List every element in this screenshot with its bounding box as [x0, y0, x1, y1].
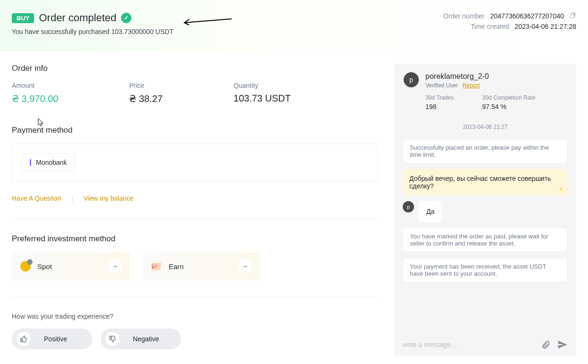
amount-value: ₴ 3,970.00: [12, 93, 58, 104]
chat-input-bar: [394, 333, 576, 356]
rating-section: How was your trading experience? Positiv…: [12, 313, 378, 349]
attachment-icon[interactable]: [541, 340, 551, 349]
positive-label: Positive: [44, 335, 67, 343]
rating-question: How was your trading experience?: [12, 313, 378, 320]
section-divider: [12, 297, 378, 297]
buy-badge: BUY: [12, 13, 34, 23]
annotation-arrow-icon: [180, 16, 236, 30]
seller-name[interactable]: poreklametorg_2-0: [425, 72, 567, 81]
message-sent-icon: ✔: [559, 186, 563, 192]
time-created-label: Time created: [471, 23, 509, 30]
amount-label: Amount: [12, 82, 58, 89]
send-icon[interactable]: [557, 339, 568, 350]
cursor-icon: [38, 118, 44, 127]
trades-value: 198: [425, 103, 454, 110]
negative-button[interactable]: Negative: [101, 329, 181, 349]
payment-method-name: Monobank: [36, 159, 67, 166]
order-info-section: Order info Amount ₴ 3,970.00 Price ₴ 38.…: [12, 64, 378, 104]
thumbs-up-icon: [17, 332, 31, 346]
chat-header: p poreklametorg_2-0 Verified User Report…: [394, 64, 576, 116]
order-number-label: Order number: [443, 12, 484, 20]
invest-card-spot[interactable]: Spot →: [12, 252, 130, 280]
price-label: Price: [129, 82, 163, 89]
invest-spot-label: Spot: [37, 262, 52, 271]
positive-button[interactable]: Positive: [12, 329, 92, 349]
peer-avatar: p: [403, 201, 414, 212]
arrow-right-icon: →: [238, 260, 251, 273]
seller-avatar[interactable]: p: [404, 72, 419, 87]
invest-section: Preferred investment method Spot → 🐖 Ear…: [12, 234, 378, 280]
chat-panel: p poreklametorg_2-0 Verified User Report…: [394, 64, 576, 356]
report-link[interactable]: Report: [463, 82, 480, 89]
my-message: Добрый вечер, вы сейчас сможете совершит…: [403, 169, 568, 195]
quantity-label: Quantity: [233, 82, 291, 89]
invest-earn-label: Earn: [169, 262, 184, 271]
have-question-link[interactable]: Have A Question: [12, 195, 61, 202]
payment-method-title: Payment method: [12, 126, 378, 135]
chat-timestamp: 2023-04-06 21:27: [403, 124, 568, 130]
page-title: Order completed: [39, 12, 116, 24]
section-divider: [12, 219, 378, 219]
system-message: You have marked the order as paid, pleas…: [403, 228, 568, 252]
completion-rate-value: 97.54 %: [482, 103, 536, 110]
spot-icon: [20, 261, 31, 271]
check-icon: ✓: [121, 13, 131, 23]
order-subtitle: You have successfully purchased 103.7300…: [12, 28, 173, 35]
verified-label: Verified User: [425, 82, 458, 89]
view-balance-link[interactable]: View my balance: [84, 195, 134, 202]
price-value: ₴ 38.27: [129, 93, 163, 104]
invest-card-earn[interactable]: 🐖 Earn →: [142, 252, 260, 280]
thumbs-down-icon: [105, 332, 120, 346]
arrow-right-icon: →: [108, 260, 121, 273]
system-message: Successfully placed an order, please pay…: [403, 139, 568, 163]
svg-rect-2: [571, 14, 574, 18]
payment-method-color-bar: [30, 159, 31, 166]
time-created-value: 2023-04-06 21:27:28: [515, 23, 576, 30]
trades-label: 30d Trades: [425, 94, 454, 101]
payment-method-section: Payment method Monobank: [12, 126, 378, 181]
completion-rate-label: 30d Completion Rate: [482, 94, 536, 101]
order-info-title: Order info: [12, 64, 378, 73]
peer-message: Да: [419, 201, 442, 222]
quantity-value: 103.73 USDT: [233, 93, 291, 104]
link-divider: |: [71, 195, 73, 202]
payment-method-chip[interactable]: Monobank: [22, 153, 75, 171]
system-message: Your payment has been received, the asse…: [403, 258, 568, 282]
invest-title: Preferred investment method: [12, 234, 378, 244]
chat-input[interactable]: [403, 341, 535, 348]
my-message-text: Добрый вечер, вы сейчас сможете совершит…: [409, 175, 551, 190]
chat-messages: 2023-04-06 21:27 Successfully placed an …: [394, 116, 576, 333]
order-number-value: 20477360636277207040: [490, 12, 564, 20]
order-header: BUY Order completed ✓ You have successfu…: [0, 0, 588, 52]
negative-label: Negative: [133, 335, 159, 343]
copy-icon[interactable]: [570, 12, 576, 20]
svg-line-0: [184, 19, 232, 23]
earn-icon: 🐖: [150, 261, 162, 272]
